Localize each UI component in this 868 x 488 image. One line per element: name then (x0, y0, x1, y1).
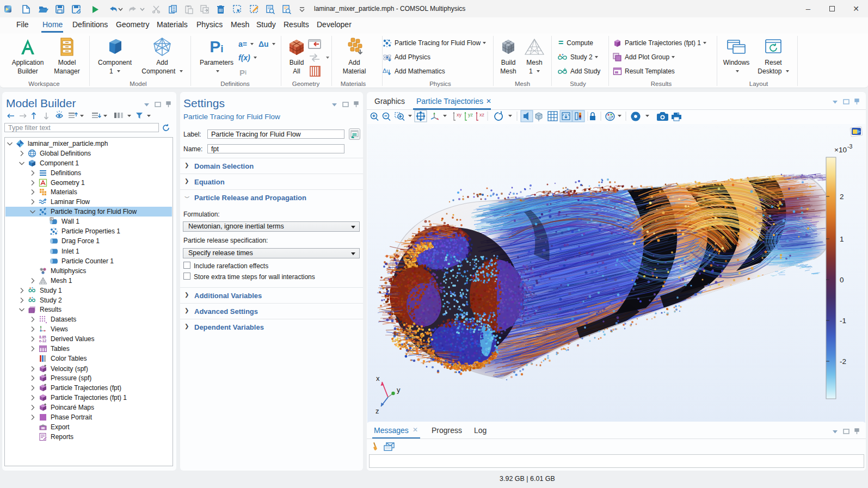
svg-text:-1: -1 (840, 317, 846, 325)
svg-text:×10: ×10 (834, 146, 847, 154)
svg-text:1: 1 (840, 235, 844, 243)
svg-text:xy: xy (457, 112, 462, 118)
svg-text:x: x (376, 374, 380, 382)
svg-text:-2: -2 (840, 357, 846, 366)
svg-text:0: 0 (840, 276, 844, 284)
svg-text:2: 2 (840, 193, 844, 201)
svg-text:yz: yz (468, 112, 473, 118)
svg-text:z: z (375, 407, 379, 415)
svg-text:xz: xz (479, 112, 485, 118)
svg-text:Δu: Δu (383, 67, 390, 74)
svg-text:y: y (397, 386, 401, 394)
svg-text:-3: -3 (847, 143, 852, 150)
